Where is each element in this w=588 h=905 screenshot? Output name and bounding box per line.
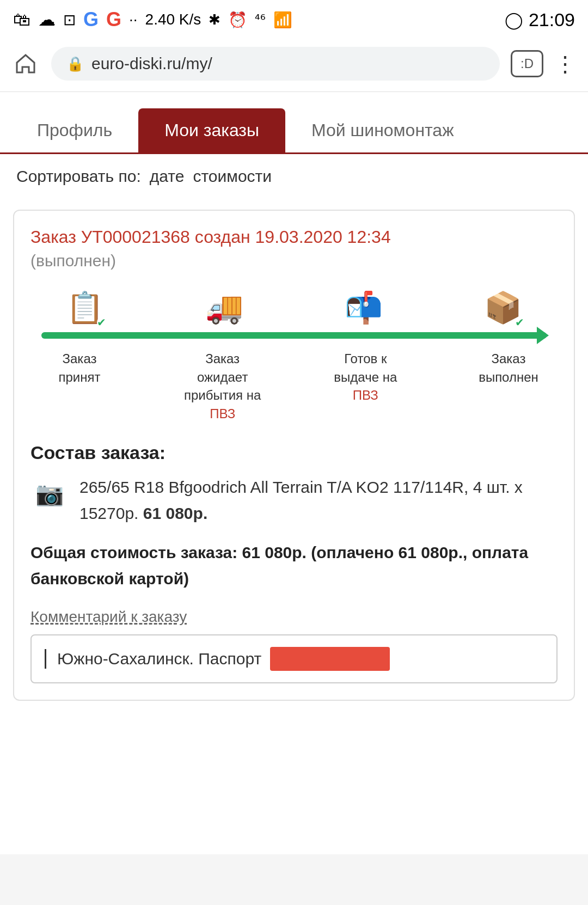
label-accepted: Заказпринят [36, 350, 123, 423]
dots-icon: ·· [129, 11, 138, 28]
item-price: 61 080р. [143, 504, 207, 522]
tab-switcher-button[interactable]: :D [511, 50, 543, 77]
home-button[interactable] [11, 49, 40, 78]
progress-icons-row: 📋 ✔ 🚚 📬 📦 ✔ [30, 290, 558, 326]
text-cursor [45, 649, 46, 669]
step-transit: 🚚 [181, 290, 268, 326]
tabs-container: Профиль Мои заказы Мой шиномонтаж [0, 92, 588, 154]
label-done: Заказвыполнен [465, 350, 552, 423]
url-bar[interactable]: 🔒 euro-diski.ru/my/ [51, 47, 500, 81]
status-bar-right: ◯ 21:09 [505, 9, 575, 30]
status-bar-left: 🛍 ☁ ⊡ G G ·· 2.40 K/s ✱ ⏰ ⁴⁶ 📶 [13, 8, 292, 31]
signal-4g-icon: ⁴⁶ [255, 12, 266, 27]
redacted-info [270, 647, 390, 671]
cloud-icon: ☁ [38, 9, 56, 30]
lock-icon: 🔒 [66, 56, 84, 72]
item-details: 265/65 R18 Bfgoodrich All Terrain T/A KO… [79, 474, 558, 527]
sort-by-cost[interactable]: стоимости [193, 167, 272, 186]
battery-icon: ◯ [505, 10, 523, 29]
browser-actions: :D ⋮ [511, 50, 577, 77]
comment-box[interactable]: Южно-Сахалинск. Паспорт [30, 634, 558, 683]
screen-icon: ⊡ [63, 11, 76, 29]
comment-text: Южно-Сахалинск. Паспорт [57, 650, 261, 668]
camera-icon: 📷 [35, 480, 64, 507]
time-display: 21:09 [529, 9, 575, 30]
order-item-row: 📷 265/65 R18 Bfgoodrich All Terrain T/A … [30, 474, 558, 527]
bluetooth-icon: ✱ [209, 11, 220, 28]
tab-my-orders[interactable]: Мои заказы [138, 108, 285, 152]
truck-icon: 🚚 [205, 290, 243, 326]
tab-profile[interactable]: Профиль [11, 108, 138, 152]
step-ready: 📬 [320, 290, 407, 326]
step-done: 📦 ✔ [460, 290, 547, 326]
label-transit: Заказ ожидаетприбытия наПВЗ [179, 350, 266, 423]
order-status: (выполнен) [30, 252, 558, 270]
order-title: Заказ УТ000021368 создан 19.03.2020 12:3… [30, 227, 558, 247]
comment-label[interactable]: Комментарий к заказу [30, 608, 558, 626]
shopping-bag-icon: 🛍 [13, 10, 30, 30]
speed-indicator: 2.40 K/s [145, 11, 201, 28]
browser-chrome: 🔒 euro-diski.ru/my/ :D ⋮ [0, 39, 588, 92]
progress-arrow [537, 327, 549, 344]
status-bar: 🛍 ☁ ⊡ G G ·· 2.40 K/s ✱ ⏰ ⁴⁶ 📶 ◯ 21:09 [0, 0, 588, 39]
order-card: Заказ УТ000021368 создан 19.03.2020 12:3… [13, 210, 575, 701]
google-g-red-icon: G [106, 8, 121, 31]
sort-label: Сортировать по: [16, 167, 141, 186]
url-text: euro-diski.ru/my/ [91, 54, 212, 73]
composition-title: Состав заказа: [30, 442, 558, 463]
label-ready: Готов квыдаче наПВЗ [322, 350, 409, 423]
alarm-icon: ⏰ [228, 11, 247, 29]
step-accepted: 📋 ✔ [41, 290, 128, 326]
total-cost: Общая стоимость заказа: 61 080р. (оплаче… [30, 540, 558, 592]
progress-tracker: 📋 ✔ 🚚 📬 📦 ✔ [30, 290, 558, 423]
check-mark-1: ✔ [97, 317, 106, 328]
sort-by-date[interactable]: дате [150, 167, 185, 186]
tab-tire-service[interactable]: Мой шиномонтаж [285, 108, 480, 152]
progress-labels-row: Заказпринят Заказ ожидаетприбытия наПВЗ … [30, 350, 558, 423]
page-content: Профиль Мои заказы Мой шиномонтаж Сортир… [0, 92, 588, 854]
signal-bars-icon: 📶 [273, 11, 292, 29]
item-image-placeholder: 📷 [30, 474, 69, 512]
browser-menu-button[interactable]: ⋮ [554, 51, 577, 76]
progress-bar-fill [41, 332, 547, 339]
sort-bar: Сортировать по: дате стоимости [0, 154, 588, 199]
progress-bar-container [41, 330, 547, 341]
open-box-icon: 📬 [345, 290, 383, 326]
check-mark-4: ✔ [515, 317, 524, 328]
google-g-blue-icon: G [83, 8, 99, 31]
